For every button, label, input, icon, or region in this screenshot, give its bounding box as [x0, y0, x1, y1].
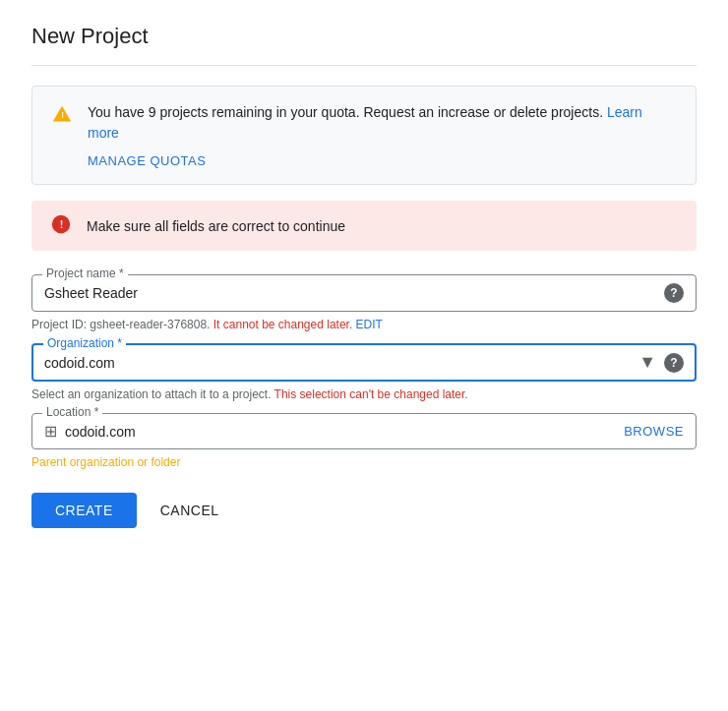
- parent-org-text: Parent organization or folder: [31, 455, 697, 469]
- project-name-label: Project name *: [42, 267, 128, 280]
- quota-banner: ! You have 9 projects remaining in your …: [31, 86, 697, 185]
- cancel-button[interactable]: CANCEL: [145, 493, 235, 528]
- organization-section: Organization * ▼ ? Select an organizatio…: [31, 343, 697, 401]
- browse-link[interactable]: BROWSE: [624, 424, 684, 439]
- location-inner: ⊞: [44, 422, 624, 441]
- svg-text:!: !: [60, 218, 64, 230]
- organization-field: Organization * ▼ ?: [31, 343, 697, 382]
- manage-quotas-link[interactable]: MANAGE QUOTAS: [88, 153, 676, 168]
- edit-project-id-link[interactable]: EDIT: [356, 318, 383, 331]
- project-name-input[interactable]: [44, 285, 664, 301]
- warning-icon: !: [52, 104, 72, 127]
- location-section: Location * ⊞ BROWSE Parent organization …: [31, 413, 697, 469]
- quota-message: You have 9 projects remaining in your qu…: [88, 102, 676, 144]
- location-field: Location * ⊞ BROWSE: [31, 413, 697, 449]
- page-title: New Project: [31, 24, 697, 66]
- project-name-field: Project name * ?: [31, 274, 697, 312]
- organization-help-icon[interactable]: ?: [664, 353, 684, 373]
- organization-input[interactable]: [44, 355, 638, 371]
- dropdown-icon[interactable]: ▼: [638, 352, 656, 373]
- location-label: Location *: [42, 405, 102, 419]
- project-name-section: Project name * ? Project ID: gsheet-read…: [31, 274, 697, 331]
- error-message: Make sure all fields are correct to cont…: [87, 218, 345, 234]
- grid-icon: ⊞: [44, 422, 57, 441]
- create-button[interactable]: CREATE: [31, 493, 137, 528]
- project-name-help-icon[interactable]: ?: [664, 283, 684, 303]
- location-input[interactable]: [65, 424, 624, 440]
- svg-text:!: !: [61, 110, 64, 120]
- organization-label: Organization *: [43, 336, 126, 350]
- buttons-row: CREATE CANCEL: [31, 493, 697, 528]
- error-icon: !: [51, 214, 71, 237]
- project-id-text: Project ID: gsheet-reader-376808. It can…: [31, 318, 697, 331]
- quota-content: You have 9 projects remaining in your qu…: [88, 102, 676, 168]
- organization-help-text: Select an organization to attach it to a…: [31, 387, 697, 401]
- error-banner: ! Make sure all fields are correct to co…: [31, 201, 697, 251]
